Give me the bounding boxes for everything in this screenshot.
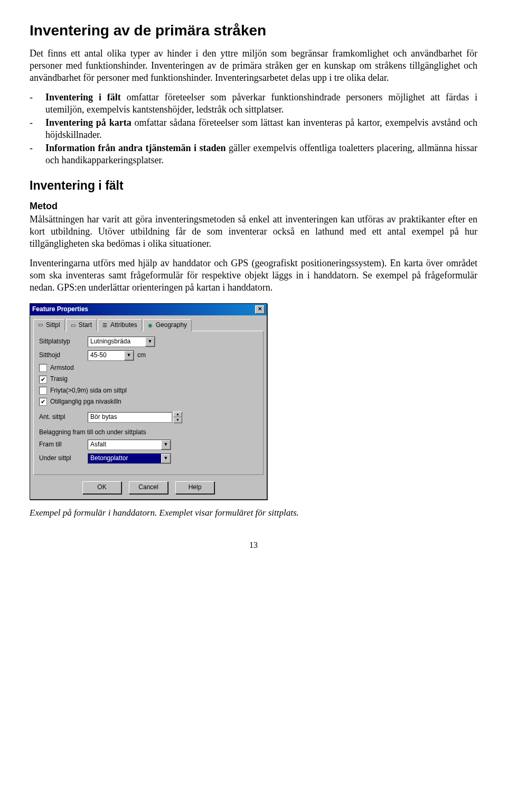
- ok-button[interactable]: OK: [82, 481, 121, 494]
- cancel-button[interactable]: Cancel: [129, 481, 168, 494]
- bullet-item: - Inventering i fält omfattar företeelse…: [30, 91, 477, 116]
- page-number: 13: [30, 540, 477, 550]
- ant-sittpl-label: Ant. sittpl: [39, 413, 88, 421]
- bullet-bold: Information från andra tjänstemän i stad…: [45, 143, 226, 153]
- under-sittpl-combo[interactable]: Betongplattor ▼: [88, 453, 171, 464]
- tab-geography[interactable]: ◉ Geography: [143, 319, 192, 331]
- chevron-down-icon[interactable]: ▼: [124, 351, 134, 360]
- close-icon[interactable]: ✕: [255, 305, 265, 314]
- unit-label: cm: [137, 351, 146, 359]
- tab-attributes[interactable]: ☰ Attributes: [98, 319, 142, 331]
- tab-sittpl[interactable]: ▭ Sittpl: [33, 319, 65, 331]
- bullet-list: - Inventering i fält omfattar företeelse…: [30, 91, 477, 166]
- globe-icon: ◉: [147, 322, 154, 329]
- chevron-down-icon[interactable]: ▼: [145, 337, 155, 347]
- feature-properties-dialog: Feature Properties ✕ ▭ Sittpl ▭ Start ☰ …: [30, 303, 267, 500]
- chevron-down-icon[interactable]: ▼: [161, 454, 171, 463]
- sittplatstyp-label: Sittplatstyp: [39, 338, 88, 346]
- bullet-text: Inventering på karta omfattar sådana för…: [45, 117, 477, 141]
- combo-value: Betongplattor: [88, 454, 161, 463]
- tab-label: Sittpl: [46, 321, 60, 329]
- under-sittpl-label: Under sittpl: [39, 454, 88, 462]
- combo-value: Asfalt: [88, 440, 161, 449]
- bullet-bold: Inventering på karta: [45, 117, 132, 128]
- bullet-bold: Inventering i fält: [45, 92, 121, 102]
- sittplatstyp-combo[interactable]: Lutningsbräda ▼: [88, 337, 155, 347]
- tab-label: Attributes: [110, 321, 137, 329]
- framtill-label: Fram till: [39, 441, 88, 449]
- titlebar[interactable]: Feature Properties ✕: [30, 304, 267, 315]
- chevron-up-icon[interactable]: ▲: [173, 412, 182, 417]
- tab-panel: Sittplatstyp Lutningsbräda ▼ Sitthojd 45…: [33, 331, 264, 475]
- dialog-button-row: OK Cancel Help: [30, 478, 267, 499]
- belaggning-label: Belaggning fram till och under sittplats: [39, 428, 258, 436]
- bullet-marker: -: [30, 117, 45, 141]
- tab-start[interactable]: ▭ Start: [66, 319, 97, 331]
- combo-value: Lutningsbräda: [88, 337, 145, 346]
- friyta-checkbox[interactable]: [39, 387, 47, 395]
- method-paragraph-2: Inventeringarna utförs med hjälp av hand…: [30, 257, 477, 294]
- framtill-combo[interactable]: Asfalt ▼: [88, 440, 171, 450]
- bullet-marker: -: [30, 142, 45, 166]
- ant-sittpl-input[interactable]: Bör bytas: [88, 412, 172, 423]
- spinner[interactable]: ▲ ▼: [173, 412, 182, 423]
- otillganglig-label: Otillganglig pga nivaskilln: [50, 398, 121, 406]
- figure-caption: Exempel på formulär i handdatorn. Exempl…: [30, 507, 477, 519]
- armstod-checkbox[interactable]: [39, 364, 47, 372]
- otillganglig-checkbox[interactable]: ✔: [39, 398, 47, 406]
- bullet-item: - Information från andra tjänstemän i st…: [30, 142, 477, 166]
- trasig-label: Trasig: [50, 375, 68, 383]
- tab-label: Start: [79, 321, 92, 329]
- friyta-label: Friyta(>0,9m) sida om sittpl: [50, 387, 127, 395]
- bullet-item: - Inventering på karta omfattar sådana f…: [30, 117, 477, 141]
- armstod-label: Armstod: [50, 364, 74, 372]
- intro-paragraph: Det finns ett antal olika typer av hinde…: [30, 48, 477, 84]
- form-icon: ▭: [37, 322, 44, 328]
- tab-label: Geography: [156, 321, 187, 329]
- chevron-down-icon[interactable]: ▼: [161, 440, 171, 450]
- bullet-marker: -: [30, 91, 45, 116]
- method-paragraph-1: Målsättningen har varit att göra invente…: [30, 213, 477, 250]
- page-title: Inventering av de primära stråken: [30, 21, 477, 40]
- help-button[interactable]: Help: [175, 481, 214, 494]
- bullet-text: Information från andra tjänstemän i stad…: [45, 142, 477, 166]
- sitthojd-combo[interactable]: 45-50 ▼: [88, 350, 134, 361]
- trasig-checkbox[interactable]: ✔: [39, 376, 47, 384]
- tabstrip: ▭ Sittpl ▭ Start ☰ Attributes ◉ Geograph…: [30, 315, 267, 331]
- form-icon: ▭: [70, 322, 77, 329]
- list-icon: ☰: [101, 322, 108, 329]
- bullet-text: Inventering i fält omfattar företeelser …: [45, 91, 477, 116]
- combo-value: 45-50: [88, 351, 124, 360]
- titlebar-text: Feature Properties: [32, 305, 88, 313]
- subsection-heading: Metod: [30, 200, 477, 212]
- sitthojd-label: Sitthojd: [39, 351, 88, 359]
- section-heading: Inventering i fält: [30, 178, 477, 193]
- chevron-down-icon[interactable]: ▼: [173, 417, 182, 423]
